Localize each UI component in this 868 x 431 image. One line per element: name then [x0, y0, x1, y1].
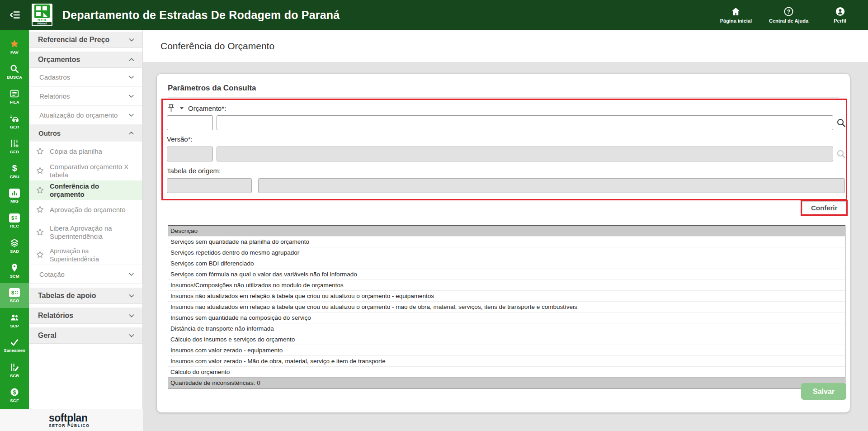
sidebar-item-label: Comparativo orçamento X tabela: [50, 163, 137, 179]
orcamento-desc-input[interactable]: [217, 115, 833, 130]
sidebar-item-cadastros[interactable]: Cadastros: [29, 68, 142, 87]
sidebar-group-referencial[interactable]: Referencial de Preço: [29, 32, 142, 48]
orcamento-search-icon[interactable]: [836, 118, 847, 128]
rail-item-sad[interactable]: SAD: [0, 233, 29, 258]
sidebar-item-comparativo[interactable]: Comparativo orçamento X tabela: [29, 161, 142, 180]
pin-icon[interactable]: [167, 104, 175, 113]
sidebar-item-copia-planilha[interactable]: Cópia da planilha: [29, 142, 142, 161]
rail-item-label: SCM: [9, 274, 19, 279]
table-row: Cálculo dos insumos e serviços do orçame…: [168, 334, 845, 345]
rail-item-label: FILA: [9, 99, 19, 104]
favorite-star-icon[interactable]: [36, 228, 44, 237]
inconsistency-table: Descrição Serviços sem quantidade na pla…: [168, 225, 845, 388]
rail-item-label: REC: [10, 223, 19, 228]
sidebar-item-aprovacao-orcamento[interactable]: Aprovação do orçamento: [29, 200, 142, 219]
sidebar-group-tabelas-apoio[interactable]: Tabelas de apoio: [29, 288, 142, 304]
help-nav-label: Central de Ajuda: [769, 18, 808, 24]
sidebar-item-libera-aprovacao[interactable]: Libera Aprovação na Superintendência: [29, 219, 142, 245]
sidebar-group-label: Referencial de Preço: [38, 36, 109, 44]
favorite-star-icon[interactable]: [36, 166, 44, 175]
table-row: Distância de transporte não informada: [168, 323, 845, 334]
search-icon: [9, 64, 19, 74]
sidebar-group-geral[interactable]: Geral: [29, 327, 142, 344]
bars-pencil-icon: [9, 362, 19, 372]
svg-text:$: $: [13, 389, 16, 396]
page-title-bar: Conferência do Orçamento: [143, 30, 868, 62]
home-nav-button[interactable]: Página inicial: [720, 6, 752, 24]
caret-down-icon[interactable]: [179, 107, 184, 110]
table-row: Insumos/Composições não utilizados no mo…: [168, 279, 845, 290]
dollar-circle-icon: $: [9, 387, 19, 397]
orcamento-field-header: Orçamento*:: [167, 103, 226, 114]
der-parana-logo: DER PARANÁ: [32, 4, 52, 26]
der-logo-text: DER: [38, 18, 47, 22]
sidebar-group-relatorios[interactable]: Relatórios: [29, 308, 142, 324]
chevron-down-icon: [128, 271, 135, 278]
sidebar-item-label: Aprovação na Superintendência: [50, 247, 137, 263]
check-icon: [9, 338, 20, 347]
rail-item-saneamento[interactable]: Saneamen: [0, 333, 29, 358]
favorite-star-icon[interactable]: [36, 251, 44, 259]
rail-item-label: GRU: [9, 174, 19, 179]
sidebar-item-label: Aprovação do orçamento: [50, 206, 128, 214]
bar-chart-tile-icon: [9, 189, 20, 198]
rail-item-scp[interactable]: SCP: [0, 308, 29, 333]
der-logo-mark: [34, 5, 50, 18]
table-row: Serviços repetidos dentro do mesmo agrup…: [168, 247, 845, 258]
rail-item-scr[interactable]: SCR: [0, 358, 29, 383]
sidebar-item-relatorios-sub[interactable]: Relatórios: [29, 87, 142, 106]
chevron-down-icon: [128, 112, 135, 118]
sidebar-group-label: Orçamentos: [38, 56, 80, 64]
favorite-star-icon[interactable]: [36, 205, 44, 214]
conferir-button[interactable]: Conferir: [802, 201, 846, 214]
sidebar-group-orcamentos[interactable]: Orçamentos: [29, 52, 142, 68]
sliders-plus-icon: [9, 138, 19, 148]
menu-fold-icon[interactable]: [5, 5, 25, 25]
profile-nav-label: Perfil: [834, 18, 846, 24]
sidebar-group-outros[interactable]: Outros: [29, 125, 142, 142]
table-row: Insumos com valor zerado - Mão de obra, …: [168, 355, 845, 366]
sidebar-item-cotacao[interactable]: Cotação: [29, 265, 142, 284]
rail-item-gfd[interactable]: GFD: [0, 134, 29, 159]
chevron-down-icon: [128, 332, 135, 339]
sidebar-item-atualizacao[interactable]: Atualização do orçamento: [29, 106, 142, 125]
sidebar-item-label: Cópia da planilha: [50, 147, 105, 156]
money-doc-tile-icon: $: [9, 213, 20, 223]
favorite-star-icon[interactable]: [36, 186, 44, 194]
favorite-star-icon[interactable]: [36, 147, 44, 156]
versao-desc-input: [217, 147, 833, 161]
orcamento-code-input[interactable]: [167, 115, 213, 130]
rail-item-mig[interactable]: MIG: [0, 184, 29, 208]
sidebar-group-label: Tabelas de apoio: [38, 292, 96, 300]
sidebar-item-label: Libera Aprovação na Superintendência: [50, 224, 127, 241]
rail-item-ger[interactable]: GER: [0, 109, 29, 134]
rail-item-label: Saneamen: [4, 348, 25, 353]
rail-item-rec[interactable]: $ REC: [0, 208, 29, 233]
sidebar-menu: Referencial de Preço Orçamentos Cadastro…: [29, 30, 143, 409]
home-icon: [731, 6, 741, 17]
table-row: Insumos não atualizados em relação à tab…: [168, 301, 845, 312]
chevron-down-icon: [128, 93, 135, 99]
rail-item-label: MIG: [10, 199, 19, 204]
layers-icon: [9, 238, 19, 248]
sidebar-item-aprovacao-superintendencia[interactable]: Aprovação na Superintendência: [29, 245, 142, 265]
rail-item-fila[interactable]: FILA: [0, 84, 29, 109]
sidebar-group-label: Geral: [38, 332, 57, 340]
rail-item-busca[interactable]: BUSCA: [0, 59, 29, 84]
rail-item-gru[interactable]: $ GRU: [0, 159, 29, 184]
sidebar-group-label: Relatórios: [38, 312, 73, 320]
rail-item-scm[interactable]: SCM: [0, 258, 29, 283]
versao-code-input: [167, 147, 213, 161]
rail-item-label: FAV: [10, 50, 19, 55]
rail-item-sgf[interactable]: $ SGF: [0, 383, 29, 407]
dollar-icon: $: [9, 163, 19, 173]
rail-item-sco-active[interactable]: $ SCO: [0, 283, 29, 308]
panel-divider: [168, 97, 839, 98]
help-nav-button[interactable]: ? Central de Ajuda: [769, 6, 808, 24]
help-icon: ?: [783, 6, 794, 17]
sidebar-item-conferencia-active[interactable]: Conferência do orçamento: [29, 180, 142, 200]
table-row: Insumos não atualizados em relação à tab…: [168, 290, 845, 301]
rail-item-fav[interactable]: FAV: [0, 34, 29, 59]
profile-nav-button[interactable]: Perfil: [826, 6, 854, 24]
chevron-up-icon: [128, 56, 135, 63]
